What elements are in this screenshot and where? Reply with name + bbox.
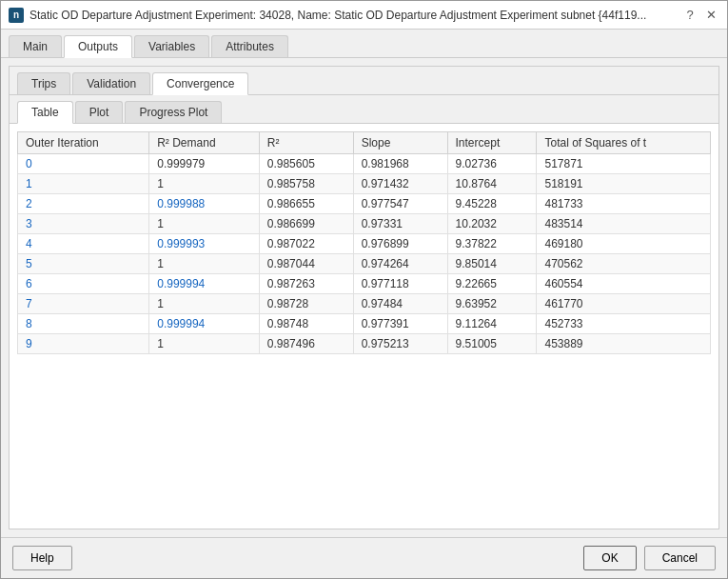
cell-intercept: 9.45228 xyxy=(447,194,537,214)
cell-r2: 0.985605 xyxy=(259,154,353,174)
table-container: Outer Iteration R² Demand R² Slope Inter… xyxy=(10,124,718,529)
tab-validation[interactable]: Validation xyxy=(72,72,150,94)
table-row: 110.9857580.97143210.8764518191 xyxy=(18,174,711,194)
tab-convergence[interactable]: Convergence xyxy=(152,72,248,95)
sub-tab-bar: Trips Validation Convergence xyxy=(10,67,718,95)
cell-iter: 4 xyxy=(18,234,149,254)
convergence-panel: Table Plot Progress Plot Outer Iteration… xyxy=(10,95,718,529)
cell-r2demand: 0.999994 xyxy=(149,314,260,334)
cell-iter: 5 xyxy=(18,254,149,274)
cell-intercept: 9.11264 xyxy=(447,314,537,334)
cell-slope: 0.974264 xyxy=(353,254,447,274)
tab-variables[interactable]: Variables xyxy=(134,35,209,57)
cell-intercept: 9.63952 xyxy=(447,294,537,314)
tab-trips[interactable]: Trips xyxy=(17,72,70,94)
cell-r2demand: 1 xyxy=(149,294,260,314)
cell-slope: 0.975213 xyxy=(353,334,447,354)
inner-tab-bar: Table Plot Progress Plot xyxy=(10,95,718,124)
table-row: 910.9874960.9752139.51005453889 xyxy=(18,334,711,354)
cell-r2demand: 1 xyxy=(149,214,260,234)
cell-r2demand: 0.999993 xyxy=(149,234,260,254)
cell-slope: 0.977118 xyxy=(353,274,447,294)
cell-iter: 0 xyxy=(18,154,149,174)
cell-r2demand: 1 xyxy=(149,334,260,354)
cell-total: 517871 xyxy=(537,154,711,174)
cell-slope: 0.981968 xyxy=(353,154,447,174)
data-table: Outer Iteration R² Demand R² Slope Inter… xyxy=(17,131,711,354)
cell-intercept: 9.02736 xyxy=(447,154,537,174)
cell-r2: 0.986655 xyxy=(259,194,353,214)
cancel-button[interactable]: Cancel xyxy=(644,546,716,570)
col-header-r2: R² xyxy=(259,132,353,154)
cell-slope: 0.977391 xyxy=(353,314,447,334)
cell-total: 470562 xyxy=(537,254,711,274)
table-row: 510.9870440.9742649.85014470562 xyxy=(18,254,711,274)
tab-outputs[interactable]: Outputs xyxy=(64,35,132,58)
tab-main[interactable]: Main xyxy=(9,35,62,57)
cell-total: 452733 xyxy=(537,314,711,334)
close-button[interactable]: ✕ xyxy=(702,7,719,24)
cell-r2: 0.986699 xyxy=(259,214,353,234)
table-row: 80.9999940.987480.9773919.11264452733 xyxy=(18,314,711,334)
table-row: 20.9999880.9866550.9775479.45228481733 xyxy=(18,194,711,214)
col-header-outer-iteration: Outer Iteration xyxy=(18,132,149,154)
cell-r2demand: 1 xyxy=(149,254,260,274)
cell-total: 461770 xyxy=(537,294,711,314)
tab-attributes[interactable]: Attributes xyxy=(211,35,288,57)
cell-r2: 0.987263 xyxy=(259,274,353,294)
cell-total: 481733 xyxy=(537,194,711,214)
content-area: Trips Validation Convergence Table Plot … xyxy=(1,58,727,537)
app-icon: n xyxy=(9,8,24,23)
cell-total: 483514 xyxy=(537,214,711,234)
cell-intercept: 10.8764 xyxy=(447,174,537,194)
tab-progress-plot[interactable]: Progress Plot xyxy=(125,101,222,123)
cell-intercept: 9.22665 xyxy=(447,274,537,294)
cell-slope: 0.976899 xyxy=(353,234,447,254)
cell-r2: 0.987022 xyxy=(259,234,353,254)
cell-iter: 7 xyxy=(18,294,149,314)
ok-button[interactable]: OK xyxy=(583,546,636,570)
cell-intercept: 9.51005 xyxy=(447,334,537,354)
cell-r2: 0.987496 xyxy=(259,334,353,354)
footer: Help OK Cancel xyxy=(1,537,727,578)
cell-r2demand: 0.999994 xyxy=(149,274,260,294)
table-row: 310.9866990.9733110.2032483514 xyxy=(18,214,711,234)
cell-slope: 0.97484 xyxy=(353,294,447,314)
cell-intercept: 9.85014 xyxy=(447,254,537,274)
cell-iter: 1 xyxy=(18,174,149,194)
table-row: 00.9999790.9856050.9819689.02736517871 xyxy=(18,154,711,174)
help-footer-button[interactable]: Help xyxy=(12,546,72,570)
table-row: 60.9999940.9872630.9771189.22665460554 xyxy=(18,274,711,294)
title-bar: n Static OD Departure Adjustment Experim… xyxy=(1,1,727,30)
col-header-slope: Slope xyxy=(353,132,447,154)
footer-right: OK Cancel xyxy=(583,546,716,570)
cell-slope: 0.977547 xyxy=(353,194,447,214)
tab-table[interactable]: Table xyxy=(17,101,73,124)
col-header-total: Total of Squares of t xyxy=(537,132,711,154)
cell-intercept: 9.37822 xyxy=(447,234,537,254)
col-header-r2-demand: R² Demand xyxy=(149,132,260,154)
table-row: 710.987280.974849.63952461770 xyxy=(18,294,711,314)
cell-iter: 3 xyxy=(18,214,149,234)
main-window: n Static OD Departure Adjustment Experim… xyxy=(0,0,728,579)
title-bar-left: n Static OD Departure Adjustment Experim… xyxy=(9,8,646,23)
cell-iter: 2 xyxy=(18,194,149,214)
cell-r2demand: 0.999979 xyxy=(149,154,260,174)
cell-iter: 6 xyxy=(18,274,149,294)
tab-plot[interactable]: Plot xyxy=(75,101,124,123)
window-title: Static OD Departure Adjustment Experimen… xyxy=(30,9,646,22)
cell-r2: 0.98728 xyxy=(259,294,353,314)
cell-r2: 0.985758 xyxy=(259,174,353,194)
table-row: 40.9999930.9870220.9768999.37822469180 xyxy=(18,234,711,254)
main-tab-bar: Main Outputs Variables Attributes xyxy=(1,30,727,58)
cell-r2demand: 1 xyxy=(149,174,260,194)
cell-slope: 0.971432 xyxy=(353,174,447,194)
cell-total: 518191 xyxy=(537,174,711,194)
cell-total: 469180 xyxy=(537,234,711,254)
help-button[interactable]: ? xyxy=(681,7,698,24)
cell-intercept: 10.2032 xyxy=(447,214,537,234)
title-bar-controls: ? ✕ xyxy=(681,7,719,24)
cell-r2demand: 0.999988 xyxy=(149,194,260,214)
cell-slope: 0.97331 xyxy=(353,214,447,234)
cell-total: 453889 xyxy=(537,334,711,354)
